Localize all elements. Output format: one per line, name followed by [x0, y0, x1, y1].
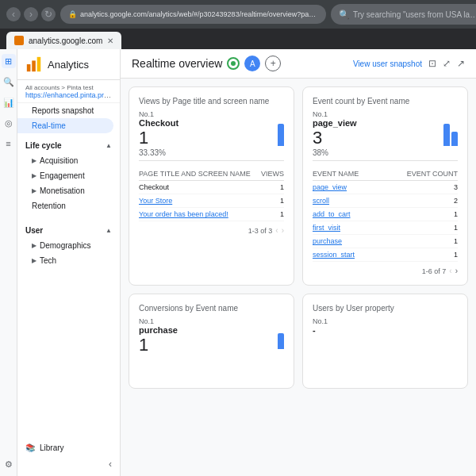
tab-close-button[interactable]: ✕ [107, 36, 113, 45]
library-label: Library [40, 443, 64, 452]
user-avatar: A [244, 56, 260, 71]
card-conversions: Conversions by Event name No.1 purchase … [129, 294, 294, 389]
card2-bar-chart [443, 122, 458, 146]
view-snapshot-link[interactable]: View user snapshot [353, 60, 422, 68]
user-header[interactable]: User ▲ [17, 223, 120, 238]
card4-no1: No.1 [313, 317, 458, 325]
active-tab[interactable]: analytics.google.com ✕ [6, 32, 121, 49]
user-label: User [25, 226, 43, 235]
sidebar-library[interactable]: 📚 Library [25, 440, 112, 455]
tech-chevron: ▶ [32, 257, 36, 264]
table-row: page_view 3 [313, 181, 458, 194]
demographics-label: Demographics [40, 241, 90, 250]
table-row: Checkout 1 [139, 181, 284, 194]
sidebar-item-realtime[interactable]: Real-time [17, 118, 113, 133]
sidebar-item-demographics[interactable]: ▶ Demographics [17, 238, 120, 253]
table-row: Your Store 1 [139, 194, 284, 208]
address-bar[interactable]: 🔒 analytics.google.com/analytics/web/#/p… [60, 5, 326, 24]
demographics-chevron: ▶ [32, 242, 36, 249]
event2-name: scroll [313, 194, 382, 208]
realtime-dot [231, 61, 236, 66]
sidebar-item-tech[interactable]: ▶ Tech [17, 253, 120, 268]
monetisation-label: Monetisation [40, 186, 85, 195]
share-icon[interactable]: ↗ [457, 58, 465, 69]
table-row: session_start 1 [313, 248, 458, 262]
fullscreen-icon[interactable]: ⤢ [443, 58, 451, 69]
forward-button[interactable]: › [24, 7, 38, 21]
event4-name: first_visit [313, 221, 382, 235]
table-row: first_visit 1 [313, 221, 458, 235]
table-row: purchase 1 [313, 235, 458, 248]
monetisation-chevron: ▶ [32, 187, 36, 194]
back-button[interactable]: ‹ [6, 7, 21, 21]
sidebar-subtitle: All accounts > Pinta test https://enhanc… [17, 80, 120, 103]
settings-icon[interactable]: ⚙ [2, 457, 16, 471]
event3-name: add_to_cart [313, 208, 382, 221]
property-url[interactable]: https://enhanced.pinta.pro/o... [25, 91, 120, 99]
card2-main-label: page_view [313, 118, 357, 128]
card-event-count: Event count by Event name No.1 page_view… [302, 86, 468, 286]
reload-button[interactable]: ↻ [41, 7, 56, 21]
lifecycle-chevron: ▲ [106, 142, 112, 149]
header-left: Realtime overview A + [132, 56, 281, 71]
tab-favicon [14, 36, 24, 45]
sidebar-item-acquisition[interactable]: ▶ Acquisition [17, 153, 120, 168]
sidebar: Analytics All accounts > Pinta test http… [17, 49, 121, 476]
card3-no1: No.1 [139, 317, 178, 325]
card2-title: Event count by Event name [313, 97, 458, 106]
card1-table: PAGE TITLE AND SCREEN NAME VIEWS Checkou… [139, 167, 284, 221]
bar-4 [278, 333, 284, 349]
event6-name: session_start [313, 248, 382, 262]
next-page-button[interactable]: › [282, 226, 284, 235]
search-icon: 🔍 [339, 10, 350, 20]
search-icon-side[interactable]: 🔍 [2, 75, 16, 89]
lock-icon: 🔒 [68, 10, 77, 18]
svg-rect-2 [37, 57, 41, 71]
sidebar-item-reports-snapshot[interactable]: Reports snapshot [17, 103, 120, 118]
sidebar-icons-column: ⊞ 🔍 📊 ◎ ≡ ⚙ [0, 49, 17, 476]
browser-chrome: ‹ › ↻ 🔒 analytics.google.com/analytics/w… [0, 0, 476, 29]
event4-count: 1 [382, 221, 458, 235]
expand-icon[interactable]: ⊡ [428, 58, 436, 69]
tech-label: Tech [40, 256, 56, 265]
card2-col2-header: EVENT COUNT [382, 167, 458, 181]
prev-page-button-2[interactable]: ‹ [449, 267, 451, 275]
reports-icon[interactable]: 📊 [2, 95, 16, 109]
card3-title: Conversions by Event name [139, 304, 284, 313]
add-button[interactable]: + [265, 56, 281, 71]
row3-views: 1 [259, 208, 284, 221]
table-row: add_to_cart 1 [313, 208, 458, 221]
sidebar-item-monetisation[interactable]: ▶ Monetisation [17, 183, 120, 198]
row1-views: 1 [259, 181, 284, 194]
card1-title: Views by Page title and screen name [139, 97, 284, 106]
sidebar-collapse-button[interactable]: ‹ [25, 459, 112, 470]
nav-buttons: ‹ › ↻ [6, 7, 56, 21]
next-page-button-2[interactable]: › [455, 267, 458, 275]
cards-grid: Views by Page title and screen name No.1… [121, 79, 476, 397]
card1-col1-header: PAGE TITLE AND SCREEN NAME [139, 167, 259, 181]
home-icon[interactable]: ⊞ [2, 54, 16, 68]
card1-pagination-text: 1-3 of 3 [248, 227, 273, 235]
user-chevron: ▲ [106, 227, 112, 234]
event2-count: 2 [382, 194, 458, 208]
bar-1 [278, 124, 284, 146]
card1-number: 1 [139, 128, 178, 148]
svg-rect-0 [27, 64, 31, 71]
sidebar-item-engagement[interactable]: ▶ Engagement [17, 168, 120, 183]
prev-page-button[interactable]: ‹ [275, 226, 278, 235]
analytics-logo [25, 56, 43, 73]
sidebar-header: Analytics [17, 49, 120, 80]
engagement-label: Engagement [40, 171, 85, 180]
main-content: Realtime overview A + View user snapshot… [121, 49, 476, 476]
card-users-property: Users by User property No.1 - [302, 294, 468, 389]
explore-icon[interactable]: ◎ [2, 116, 16, 130]
engagement-chevron: ▶ [32, 172, 36, 179]
event5-name: purchase [313, 235, 382, 248]
card1-bar-chart [278, 122, 284, 146]
card4-title: Users by User property [313, 304, 458, 313]
browser-search[interactable]: 🔍 Try searching "users from USA last wee… [331, 4, 476, 25]
lifecycle-header[interactable]: Life cycle ▲ [17, 138, 120, 153]
card4-main-label: - [313, 325, 458, 335]
sidebar-item-retention[interactable]: Retention [17, 198, 120, 213]
more-icon[interactable]: ≡ [2, 136, 16, 151]
